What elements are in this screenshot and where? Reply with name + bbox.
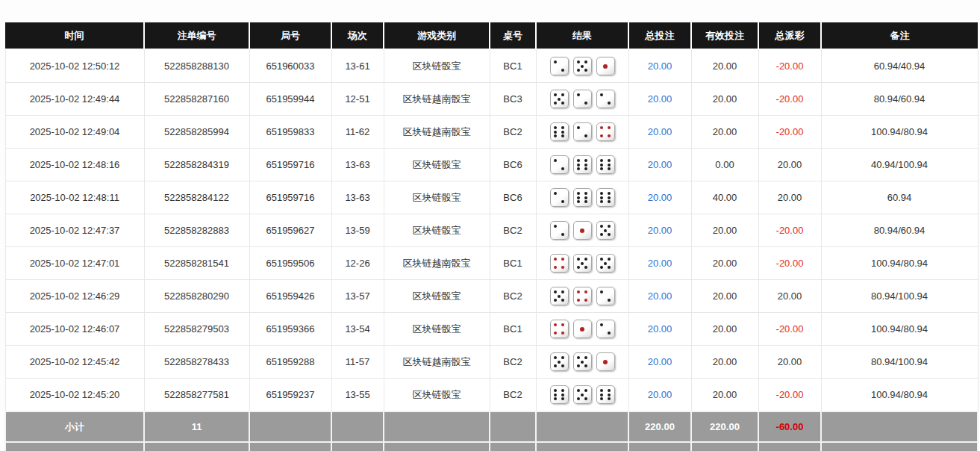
table-row: 2025-10-02 12:46:29522858280290651959426… xyxy=(5,280,978,313)
cell-summary-table-no xyxy=(490,442,536,451)
cell-summary-total-bet: 220.00 xyxy=(628,442,691,451)
cell-game-type: 区块链骰宝 xyxy=(384,49,490,83)
die-face-2-icon xyxy=(596,320,615,338)
cell-time: 2025-10-02 12:49:44 xyxy=(5,83,144,116)
cell-time: 2025-10-02 12:50:12 xyxy=(5,49,144,83)
total-bet-link[interactable]: 20.00 xyxy=(648,60,672,72)
column-header-remark: 备注 xyxy=(821,22,978,49)
column-header-round-id: 局号 xyxy=(249,22,331,49)
table-footer: 小计11220.00220.00-60.00总计11220.00220.00-6… xyxy=(5,411,978,451)
table-row: 2025-10-02 12:45:20522858277581651959237… xyxy=(5,379,978,412)
cell-summary-total-bet: 220.00 xyxy=(628,411,691,442)
cell-valid-bet: 20.00 xyxy=(691,83,758,116)
cell-round-id: 651959426 xyxy=(249,280,331,313)
table-row: 2025-10-02 12:47:37522858282883651959627… xyxy=(5,214,978,247)
total-bet-link[interactable]: 20.00 xyxy=(648,389,672,400)
cell-round-id: 651959237 xyxy=(249,379,331,412)
cell-table-no: BC6 xyxy=(490,149,536,181)
total-bet-link[interactable]: 20.00 xyxy=(648,159,672,170)
cell-remark: 60.94 xyxy=(821,181,978,214)
die-face-2-icon xyxy=(596,90,615,108)
cell-payout: 20.00 xyxy=(758,181,821,214)
total-bet-link[interactable]: 20.00 xyxy=(648,126,672,137)
cell-remark: 40.94/100.94 xyxy=(821,149,978,181)
cell-game-type: 区块链越南骰宝 xyxy=(384,83,490,116)
cell-table-no: BC2 xyxy=(490,280,536,313)
cell-valid-bet: 20.00 xyxy=(691,49,758,83)
total-bet-link[interactable]: 20.00 xyxy=(648,258,672,269)
total-bet-link[interactable]: 20.00 xyxy=(648,323,672,335)
cell-remark: 60.94/40.94 xyxy=(821,49,978,83)
cell-table-no: BC2 xyxy=(490,379,536,412)
die-face-4-icon xyxy=(596,122,615,141)
cell-valid-bet: 20.00 xyxy=(691,116,758,149)
table-row: 2025-10-02 12:47:01522858281541651959506… xyxy=(5,247,978,280)
cell-session: 13-54 xyxy=(331,313,384,346)
column-header-session: 场次 xyxy=(331,22,384,49)
cell-remark: 80.94/100.94 xyxy=(821,346,978,379)
cell-remark: 80.94/100.94 xyxy=(821,280,978,313)
cell-session: 13-61 xyxy=(331,49,384,83)
table-row: 2025-10-02 12:45:42522858278433651959288… xyxy=(5,346,978,379)
cell-summary-game-type xyxy=(384,442,490,451)
cell-payout: -20.00 xyxy=(758,379,821,412)
column-header-game-type: 游戏类别 xyxy=(384,22,490,49)
die-face-1-icon xyxy=(573,221,592,240)
cell-bet-id: 522858278433 xyxy=(144,346,249,379)
cell-summary-game-type xyxy=(384,411,490,442)
cell-result xyxy=(536,313,628,346)
cell-result xyxy=(536,149,628,181)
total-bet-link[interactable]: 20.00 xyxy=(648,290,672,302)
die-face-1-icon xyxy=(596,57,615,75)
total-bet-link[interactable]: 20.00 xyxy=(648,225,672,236)
cell-valid-bet: 20.00 xyxy=(691,379,758,412)
cell-summary-count: 11 xyxy=(144,411,249,442)
cell-total-bet: 20.00 xyxy=(628,149,691,181)
cell-result xyxy=(536,346,628,379)
column-header-valid-bet: 有效投注 xyxy=(691,22,758,49)
cell-table-no: BC2 xyxy=(490,116,536,149)
die-face-6-icon xyxy=(550,122,569,141)
table-row: 2025-10-02 12:49:44522858287160651959944… xyxy=(5,83,978,116)
cell-session: 13-63 xyxy=(331,149,384,181)
die-face-2-icon xyxy=(596,287,615,305)
cell-result xyxy=(536,280,628,313)
cell-table-no: BC3 xyxy=(490,83,536,116)
total-bet-link[interactable]: 20.00 xyxy=(648,356,672,367)
cell-payout: 20.00 xyxy=(758,280,821,313)
cell-session: 12-51 xyxy=(331,83,384,116)
cell-summary-round-id xyxy=(249,442,331,451)
cell-result xyxy=(536,49,628,83)
header-row: 时间注单编号局号场次游戏类别桌号结果总投注有效投注总派彩备注 xyxy=(5,22,978,49)
cell-remark: 80.94/60.94 xyxy=(821,83,978,116)
cell-session: 11-57 xyxy=(331,346,384,379)
cell-remark: 100.94/80.94 xyxy=(821,379,978,412)
cell-payout: 20.00 xyxy=(758,346,821,379)
cell-summary-session xyxy=(331,411,384,442)
cell-time: 2025-10-02 12:49:04 xyxy=(5,116,144,149)
cell-total-bet: 20.00 xyxy=(628,379,691,412)
table-row: 2025-10-02 12:48:16522858284319651959716… xyxy=(5,149,978,181)
cell-round-id: 651959288 xyxy=(249,346,331,379)
total-bet-link[interactable]: 20.00 xyxy=(648,93,672,105)
cell-summary-table-no xyxy=(490,411,536,442)
cell-game-type: 区块链骰宝 xyxy=(384,379,490,412)
total-bet-link[interactable]: 20.00 xyxy=(648,192,672,203)
cell-time: 2025-10-02 12:48:11 xyxy=(5,181,144,214)
die-face-4-icon xyxy=(550,254,569,273)
cell-total-bet: 20.00 xyxy=(628,83,691,116)
cell-bet-id: 522858279503 xyxy=(144,313,249,346)
cell-valid-bet: 20.00 xyxy=(691,247,758,280)
column-header-time: 时间 xyxy=(5,22,144,49)
die-face-6-icon xyxy=(596,155,615,174)
column-header-payout: 总派彩 xyxy=(758,22,821,49)
cell-summary-payout: -60.00 xyxy=(758,442,821,451)
cell-bet-id: 522858277581 xyxy=(144,379,249,412)
die-face-5-icon xyxy=(573,254,592,273)
cell-result xyxy=(536,83,628,116)
cell-game-type: 区块链骰宝 xyxy=(384,280,490,313)
cell-session: 13-63 xyxy=(331,181,384,214)
cell-summary-label: 总计 xyxy=(5,442,144,451)
cell-game-type: 区块链骰宝 xyxy=(384,313,490,346)
column-header-total-bet: 总投注 xyxy=(628,22,691,49)
